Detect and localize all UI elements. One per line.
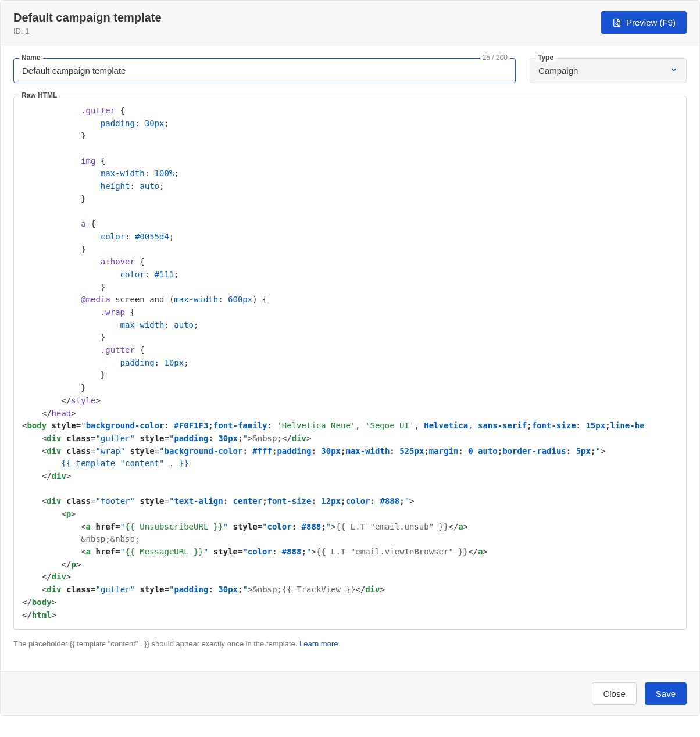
preview-button-label: Preview (F9) [626, 17, 676, 27]
helper-text: The placeholder {{ template "content" . … [13, 639, 687, 648]
svg-point-0 [616, 23, 617, 24]
type-select-value: Campaign [538, 66, 578, 76]
svg-line-1 [617, 24, 619, 25]
type-field: Type Campaign [530, 58, 687, 83]
raw-html-editor[interactable]: .gutter { padding: 30px; } img { max-wid… [13, 96, 687, 630]
chevron-down-icon [670, 66, 678, 76]
raw-html-field: Raw HTML .gutter { padding: 30px; } img … [13, 96, 687, 630]
modal-footer: Close Save [1, 671, 699, 715]
preview-button[interactable]: Preview (F9) [601, 11, 687, 34]
name-field: Name 25 / 200 [13, 58, 516, 83]
file-search-icon [612, 18, 622, 27]
name-input[interactable] [13, 58, 516, 83]
template-id-label: ID: 1 [13, 27, 162, 35]
template-editor-modal: Default campaign template ID: 1 Preview … [0, 0, 700, 716]
modal-header: Default campaign template ID: 1 Preview … [1, 1, 699, 46]
save-button[interactable]: Save [645, 682, 687, 705]
modal-body: Name 25 / 200 Type Campaign Raw HTML .gu… [1, 46, 699, 671]
name-char-counter: 25 / 200 [480, 53, 510, 62]
name-field-label: Name [19, 53, 43, 62]
learn-more-link[interactable]: Learn more [299, 639, 338, 648]
page-title: Default campaign template [13, 11, 162, 24]
close-button[interactable]: Close [592, 682, 636, 705]
type-field-label: Type [535, 53, 556, 62]
type-select[interactable]: Campaign [530, 58, 687, 83]
raw-html-label: Raw HTML [19, 91, 59, 99]
